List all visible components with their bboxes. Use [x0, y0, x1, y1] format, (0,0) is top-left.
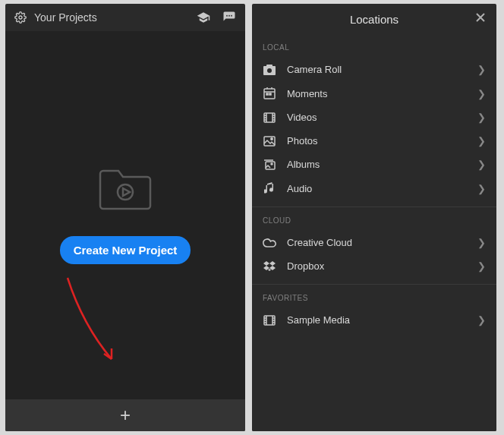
svg-rect-6: [266, 65, 272, 67]
item-label: Sample Media: [287, 314, 477, 326]
camera-roll-icon: [263, 65, 276, 75]
section-header-cloud: CLOUD: [252, 207, 496, 231]
location-item-camera-roll[interactable]: Camera Roll ❯: [252, 58, 496, 81]
arrow-annotation: [52, 272, 136, 374]
chevron-right-icon: ❯: [477, 183, 486, 194]
svg-point-7: [267, 68, 272, 73]
empty-folder-icon: [97, 166, 153, 215]
projects-title: Your Projects: [34, 11, 184, 24]
projects-body: Create New Project: [5, 31, 245, 399]
audio-icon: [263, 182, 276, 194]
sample-media-icon: [263, 315, 276, 326]
svg-rect-14: [266, 162, 275, 169]
item-label: Photos: [287, 135, 477, 147]
location-item-photos[interactable]: Photos ❯: [252, 129, 496, 153]
svg-point-1: [226, 15, 228, 17]
chevron-right-icon: ❯: [477, 64, 486, 75]
svg-point-13: [271, 137, 272, 139]
locations-header: Locations: [252, 4, 496, 34]
chevron-right-icon: ❯: [477, 159, 486, 170]
locations-title: Locations: [350, 13, 398, 26]
add-project-bar[interactable]: +: [5, 399, 245, 431]
photos-icon: [263, 136, 276, 147]
svg-point-2: [228, 15, 230, 17]
svg-point-0: [19, 16, 22, 19]
projects-header: Your Projects: [5, 4, 245, 31]
svg-point-15: [271, 163, 272, 165]
moments-icon: [263, 87, 276, 99]
section-header-favorites: FAVORITES: [252, 285, 496, 308]
chevron-right-icon: ❯: [477, 112, 486, 123]
svg-point-3: [231, 15, 232, 17]
location-item-albums[interactable]: Albums ❯: [252, 153, 496, 176]
location-item-videos[interactable]: Videos ❯: [252, 106, 496, 129]
close-icon[interactable]: [475, 12, 486, 26]
settings-icon[interactable]: [14, 11, 27, 24]
item-label: Moments: [287, 88, 477, 99]
svg-rect-9: [266, 93, 268, 95]
feedback-icon[interactable]: [222, 11, 236, 24]
item-label: Camera Roll: [287, 64, 477, 75]
projects-panel: Your Projects Create New Project: [5, 4, 245, 431]
location-item-creative-cloud[interactable]: Creative Cloud ❯: [252, 231, 496, 254]
chevron-right-icon: ❯: [477, 135, 486, 147]
locations-panel: Locations LOCAL Camera Roll ❯ Moments ❯ …: [252, 4, 496, 431]
location-item-audio[interactable]: Audio ❯: [252, 176, 496, 200]
location-item-sample-media[interactable]: Sample Media ❯: [252, 308, 496, 332]
item-label: Videos: [287, 112, 477, 123]
creative-cloud-icon: [263, 238, 276, 247]
item-label: Albums: [287, 159, 477, 170]
location-item-moments[interactable]: Moments ❯: [252, 81, 496, 106]
chevron-right-icon: ❯: [477, 237, 486, 248]
chevron-right-icon: ❯: [477, 314, 486, 326]
chevron-right-icon: ❯: [477, 88, 486, 99]
svg-rect-10: [269, 93, 271, 95]
item-label: Creative Cloud: [287, 237, 477, 248]
item-label: Audio: [287, 183, 477, 194]
chevron-right-icon: ❯: [477, 260, 486, 272]
tutorials-icon[interactable]: [197, 11, 210, 24]
location-item-dropbox[interactable]: Dropbox ❯: [252, 254, 496, 278]
albums-icon: [263, 159, 276, 170]
dropbox-icon: [263, 261, 276, 272]
videos-icon: [263, 112, 276, 123]
item-label: Dropbox: [287, 260, 477, 272]
create-new-project-button[interactable]: Create New Project: [60, 236, 191, 264]
locations-body: LOCAL Camera Roll ❯ Moments ❯ Videos ❯: [252, 34, 496, 431]
plus-icon: +: [120, 405, 131, 426]
section-header-local: LOCAL: [252, 34, 496, 58]
